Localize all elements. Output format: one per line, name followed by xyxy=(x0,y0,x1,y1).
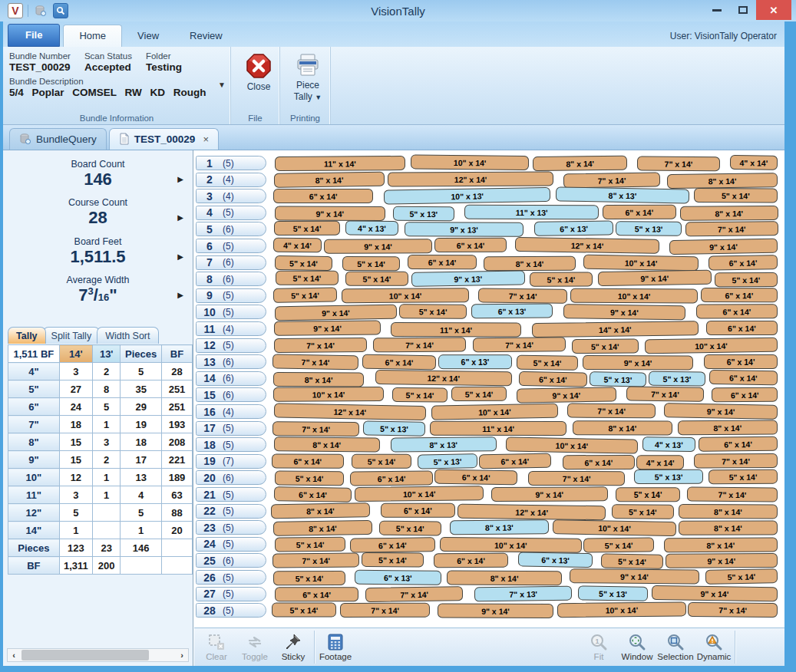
board-4x14[interactable]: 4" x 14' xyxy=(636,455,684,469)
course-pill-14[interactable]: 14(6) xyxy=(196,371,266,386)
board-5x14[interactable]: 5" x 14' xyxy=(379,521,441,536)
board-6x14[interactable]: 6" x 14' xyxy=(704,354,778,369)
course-pill-21[interactable]: 21(5) xyxy=(196,487,266,502)
board-7x14[interactable]: 7" x 14' xyxy=(527,471,624,486)
board-5x13[interactable]: 5" x 13' xyxy=(578,585,648,601)
board-6x14[interactable]: 6" x 14' xyxy=(272,453,344,468)
board-5x14[interactable]: 5" x 14' xyxy=(276,271,339,285)
board-7x14[interactable]: 7" x 14' xyxy=(567,404,656,419)
board-5x14[interactable]: 5" x 14' xyxy=(612,504,674,519)
board-5x13[interactable]: 5" x 13' xyxy=(393,206,454,221)
doc-tab-bundlequery[interactable]: BundleQuery xyxy=(9,128,107,150)
board-6x13[interactable]: 6" x 13' xyxy=(534,221,614,236)
board-8x14[interactable]: 8" x 14' xyxy=(679,521,778,535)
toolbar-button-window[interactable]: Window xyxy=(618,628,656,666)
board-8x14[interactable]: 8" x 14' xyxy=(678,420,778,435)
board-4x13[interactable]: 4" x 13' xyxy=(642,436,695,452)
board-7x14[interactable]: 7" x 14' xyxy=(273,337,366,352)
board-8x14[interactable]: 8" x 14' xyxy=(679,206,778,221)
board-5x14[interactable]: 5" x 14' xyxy=(451,387,506,401)
board-9x14[interactable]: 9" x 14' xyxy=(275,206,385,221)
board-5x14[interactable]: 5" x 14' xyxy=(601,554,663,569)
course-pill-28[interactable]: 28(5) xyxy=(196,603,266,618)
board-8x14[interactable]: 8" x 14' xyxy=(274,171,385,187)
board-5x14[interactable]: 5" x 14' xyxy=(342,256,400,271)
board-5x14[interactable]: 5" x 14' xyxy=(708,469,778,485)
board-7x14[interactable]: 7" x 14' xyxy=(340,603,430,618)
horizontal-scrollbar[interactable]: ‹ › xyxy=(7,648,189,662)
doc-tab-test_00029[interactable]: TEST_00029× xyxy=(109,128,219,150)
board-7x14[interactable]: 7" x 14' xyxy=(472,337,565,352)
course-pill-2[interactable]: 2(4) xyxy=(196,173,266,187)
board-12x14[interactable]: 12" x 14' xyxy=(375,370,511,386)
board-5x14[interactable]: 5" x 14' xyxy=(517,355,578,371)
board-5x13[interactable]: 5" x 13' xyxy=(634,469,703,484)
board-8x14[interactable]: 8" x 14' xyxy=(664,537,778,552)
piece-tally-button[interactable]: Piece Tally ▼ xyxy=(286,51,329,103)
board-11x14[interactable]: 11" x 14' xyxy=(391,322,521,338)
board-6x14[interactable]: 6" x 14' xyxy=(712,387,778,403)
board-6x13[interactable]: 6" x 13' xyxy=(355,570,441,585)
board-8x14[interactable]: 8" x 14' xyxy=(271,502,370,519)
board-5x14[interactable]: 5" x 14' xyxy=(272,603,336,618)
toolbar-button-sticky[interactable]: Sticky xyxy=(274,628,312,666)
board-5x14[interactable]: 5" x 14' xyxy=(275,471,344,486)
board-7x14[interactable]: 7" x 14' xyxy=(687,486,778,502)
ribbon-tab-file[interactable]: File xyxy=(8,24,60,47)
board-5x14[interactable]: 5" x 14' xyxy=(274,221,340,236)
board-6x14[interactable]: 6" x 14' xyxy=(479,453,551,469)
course-pill-20[interactable]: 20(6) xyxy=(196,470,266,485)
board-9x14[interactable]: 9" x 14' xyxy=(517,387,616,404)
board-6x14[interactable]: 6" x 14' xyxy=(275,587,358,601)
board-8x13[interactable]: 8" x 13' xyxy=(390,436,496,452)
board-8x14[interactable]: 8" x 14' xyxy=(274,436,380,452)
board-8x14[interactable]: 8" x 14' xyxy=(667,173,778,189)
board-6x14[interactable]: 6" x 14' xyxy=(434,553,508,568)
course-pill-18[interactable]: 18(5) xyxy=(196,437,266,452)
board-10x13[interactable]: 10" x 13' xyxy=(384,187,551,205)
board-10x14[interactable]: 10" x 14' xyxy=(411,154,529,170)
board-8x14[interactable]: 8" x 14' xyxy=(272,372,363,387)
board-8x14[interactable]: 8" x 14' xyxy=(272,520,372,536)
course-pill-19[interactable]: 19(7) xyxy=(196,454,266,469)
course-pill-3[interactable]: 3(4) xyxy=(196,189,266,203)
board-10x14[interactable]: 10" x 14' xyxy=(557,602,685,618)
board-6x14[interactable]: 6" x 14' xyxy=(381,502,455,517)
course-pill-7[interactable]: 7(6) xyxy=(196,255,266,270)
board-5x14[interactable]: 5" x 14' xyxy=(616,487,680,502)
course-pill-25[interactable]: 25(6) xyxy=(196,553,266,568)
board-7x13[interactable]: 7" x 13' xyxy=(474,585,573,601)
board-6x13[interactable]: 6" x 13' xyxy=(471,304,553,319)
board-5x14[interactable]: 5" x 14' xyxy=(715,272,778,287)
board-9x14[interactable]: 9" x 14' xyxy=(438,604,553,618)
board-5x13[interactable]: 5" x 13' xyxy=(590,371,646,387)
board-8x14[interactable]: 8" x 14' xyxy=(484,255,576,271)
board-10x14[interactable]: 10" x 14' xyxy=(553,519,676,536)
board-10x14[interactable]: 10" x 14' xyxy=(583,254,699,271)
board-9x14[interactable]: 9" x 14' xyxy=(666,553,778,568)
board-5x14[interactable]: 5" x 14' xyxy=(705,568,778,585)
scrollbar-track[interactable] xyxy=(20,649,176,661)
board-6x13[interactable]: 6" x 13' xyxy=(518,552,593,568)
board-7x14[interactable]: 7" x 14' xyxy=(365,586,464,602)
board-10x14[interactable]: 10" x 14' xyxy=(570,288,698,304)
stat-expander-icon[interactable]: ▶ xyxy=(177,175,183,183)
board-10x14[interactable]: 10" x 14' xyxy=(355,486,484,502)
board-7x14[interactable]: 7" x 14' xyxy=(478,288,568,304)
board-14x14[interactable]: 14" x 14' xyxy=(531,321,698,338)
board-5x13[interactable]: 5" x 13' xyxy=(417,453,477,469)
board-8x13[interactable]: 8" x 13' xyxy=(556,187,689,204)
board-4x13[interactable]: 4" x 13' xyxy=(345,221,398,236)
board-6x13[interactable]: 6" x 13' xyxy=(438,354,512,369)
course-pill-23[interactable]: 23(5) xyxy=(196,520,266,535)
board-9x14[interactable]: 9" x 14' xyxy=(324,239,432,254)
maximize-button[interactable] xyxy=(730,0,756,20)
board-5x14[interactable]: 5" x 14' xyxy=(530,272,593,287)
board-6x14[interactable]: 6" x 14' xyxy=(563,455,635,469)
board-9x14[interactable]: 9" x 14' xyxy=(274,320,381,335)
board-7x14[interactable]: 7" x 14' xyxy=(636,156,719,171)
tally-tab-split-tally[interactable]: Split Tally xyxy=(43,327,101,344)
board-5x14[interactable]: 5" x 14' xyxy=(362,552,424,568)
course-pill-8[interactable]: 8(6) xyxy=(196,272,266,286)
course-pill-17[interactable]: 17(5) xyxy=(196,421,266,436)
